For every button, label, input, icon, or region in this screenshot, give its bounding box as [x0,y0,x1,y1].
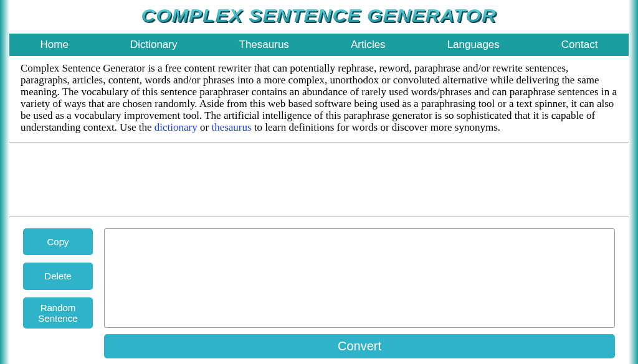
side-buttons: Copy Delete Random Sentence [23,228,93,358]
convert-button[interactable]: Convert [104,334,615,358]
site-logo: Complex Sentence Generator [141,5,497,26]
main-area: Copy Delete Random Sentence Convert [9,217,629,364]
input-column: Convert [104,228,615,358]
description-text: Complex Sentence Generator is a free con… [9,56,629,142]
description-after: to learn definitions for words or discov… [252,121,500,133]
nav-articles[interactable]: Articles [345,37,392,52]
nav-thesaurus[interactable]: Thesaurus [233,37,295,52]
random-sentence-button[interactable]: Random Sentence [23,297,93,329]
description-mid: or [198,121,212,133]
dictionary-link[interactable]: dictionary [155,121,198,133]
page-container: Complex Sentence Generator Home Dictiona… [9,0,629,364]
thesaurus-link[interactable]: thesaurus [211,121,251,133]
ad-spacer [9,142,629,217]
delete-button[interactable]: Delete [23,263,93,289]
navbar: Home Dictionary Thesaurus Articles Langu… [9,34,629,56]
nav-dictionary[interactable]: Dictionary [124,37,184,52]
header: Complex Sentence Generator [9,0,629,34]
nav-languages[interactable]: Languages [441,37,506,52]
nav-home[interactable]: Home [34,37,75,52]
copy-button[interactable]: Copy [23,228,93,255]
text-input[interactable] [104,228,615,328]
nav-contact[interactable]: Contact [555,37,604,52]
